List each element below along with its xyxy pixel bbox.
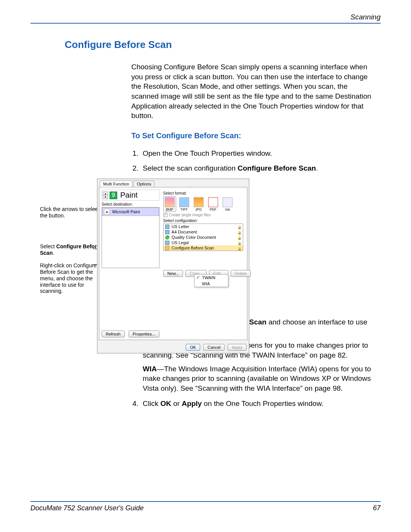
tiff-icon [179,197,189,207]
doc-icon [165,225,169,229]
page-header: Scanning [30,13,381,24]
color-icon [165,235,169,240]
config-us-legal[interactable]: US Legal [164,240,243,245]
header-section: Scanning [350,13,381,21]
format-bmp[interactable]: BMP [163,196,176,212]
pdf-icon [208,197,218,207]
intro-paragraph: Choosing Configure Before Scan simply op… [131,62,377,121]
label-select-destination: Select destination: [102,202,159,206]
lock-icon [237,230,241,234]
cancel-button[interactable]: Cancel [203,344,225,351]
refresh-button[interactable]: Refresh [102,331,125,337]
lock-icon [237,235,241,239]
new-button[interactable]: New... [163,270,183,277]
callout-arrows: Click the arrows to select the button. [40,206,101,219]
tab-options[interactable]: Options [133,181,155,187]
lock-icon [237,225,241,228]
format-row: BMP TIFF JPG PDF n/a [163,196,251,212]
spinner-down-icon[interactable]: ▾ [103,195,108,199]
format-na[interactable]: n/a [221,196,234,212]
cfg-icon [165,246,169,250]
config-list[interactable]: US Letter A4 Document Quality Color Docu… [163,224,243,251]
dialog-figure: Click the arrows to select the button. S… [40,179,377,308]
lock-icon [237,246,241,250]
doc-icon [165,241,169,245]
create-single-checkbox: Create single image files [163,213,251,217]
config-us-letter[interactable]: US Letter [164,224,243,229]
heading-1: Configure Before Scan [65,39,381,51]
delete-button[interactable]: Delete [231,270,251,277]
onetouch-dialog: Multi Function Options ▴ ▾ 9 Pa [97,179,249,353]
tab-multifunction[interactable]: Multi Function [100,181,132,187]
format-jpg[interactable]: JPG [192,196,205,212]
label-select-format: Select format: [163,191,251,195]
na-icon [223,197,233,207]
spinner-up-icon[interactable]: ▴ [103,192,108,195]
callout-rightclick: Right-click on Configure Before Scan to … [40,262,101,294]
interface-popup: TWAIN WIA [194,274,228,287]
step-1: Open the One Touch Properties window. [140,149,377,158]
properties-button[interactable]: Properties... [129,331,159,337]
format-pdf[interactable]: PDF [207,196,220,212]
ok-button[interactable]: OK [186,344,200,351]
popup-twain[interactable]: TWAIN [194,275,228,281]
heading-2: To Set Configure Before Scan: [131,131,377,140]
label-select-config: Select configuration: [163,219,251,223]
destination-item[interactable]: Microsoft Paint [102,208,159,216]
step-2: Select the scan configuration Configure … [140,163,377,173]
wia-paragraph: WIA—The Windows Image Acquisition Interf… [143,364,377,393]
button-display: ▴ ▾ 9 Paint [102,190,159,201]
lock-icon [237,241,241,244]
step-4: Click OK or Apply on the One Touch Prope… [140,399,377,409]
paint-icon [104,209,110,215]
format-tiff[interactable]: TIFF [178,196,191,212]
checkbox-icon [163,213,167,217]
config-configure-before-scan[interactable]: Configure Before Scan TWAIN WIA [164,245,243,251]
button-spinner[interactable]: ▴ ▾ [103,192,108,199]
popup-wia[interactable]: WIA [194,281,228,287]
bmp-icon [165,197,175,207]
config-quality-color[interactable]: Quality Color Document [164,235,243,240]
apply-button[interactable]: Apply [228,344,247,351]
jpg-icon [194,197,204,207]
callout-select: Select Configure Before Scan. [40,243,101,256]
page-footer: DocuMate 752 Scanner User's Guide 67 [30,501,381,512]
footer-page-number: 67 [373,504,381,512]
button-number: 9 [110,192,117,199]
config-a4[interactable]: A4 Document [164,229,243,235]
destination-list[interactable]: Microsoft Paint [102,207,159,268]
doc-icon [165,230,169,234]
footer-guide: DocuMate 752 Scanner User's Guide [30,504,144,512]
button-name: Paint [120,191,138,200]
